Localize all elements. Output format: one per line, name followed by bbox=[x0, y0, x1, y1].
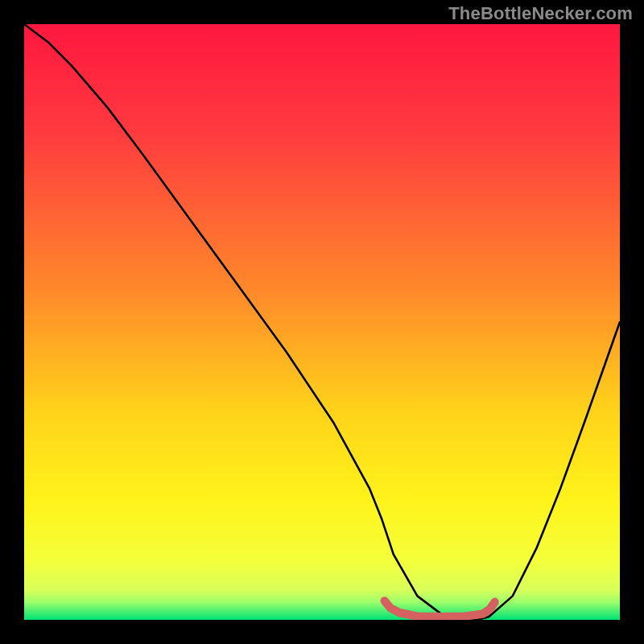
plot-area bbox=[24, 24, 620, 620]
watermark-text: TheBottleNecker.com bbox=[448, 3, 633, 24]
bottleneck-curve bbox=[24, 24, 620, 620]
chart-lines bbox=[24, 24, 620, 620]
flat-marker bbox=[385, 601, 495, 617]
chart-frame: TheBottleNecker.com bbox=[0, 0, 644, 644]
